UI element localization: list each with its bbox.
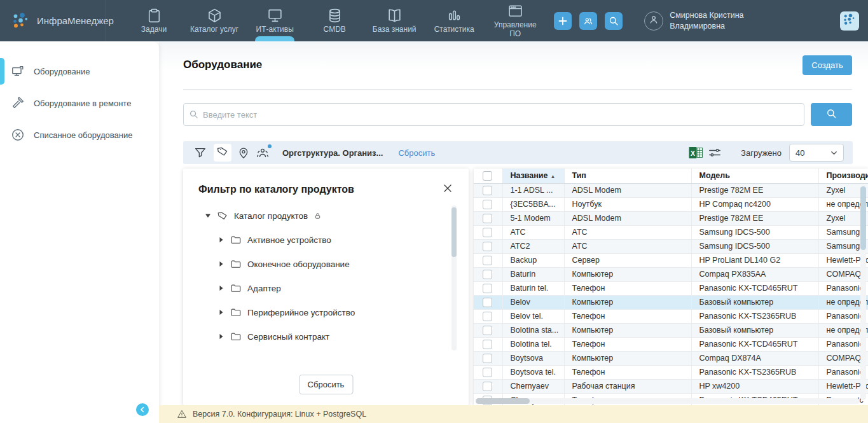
create-button[interactable]: Создать [803,55,852,75]
column-header-model[interactable]: Модель [691,169,818,183]
row-checkbox[interactable] [483,200,492,209]
header-divider [183,89,852,90]
row-checkbox[interactable] [483,326,492,335]
table-horizontal-scrollbar[interactable] [476,398,860,404]
row-checkbox-cell [474,197,502,211]
page-title: Оборудование [183,59,262,71]
filter-panel-scrollbar[interactable] [451,205,457,350]
funnel-filter-icon[interactable] [193,146,207,160]
column-header-type[interactable]: Тип [564,169,691,183]
caret-right-icon[interactable] [218,261,224,267]
cell-type: Телефон [564,281,691,295]
row-checkbox[interactable] [483,354,492,363]
column-settings-icon[interactable] [708,146,722,160]
close-filter-panel-button[interactable] [443,183,453,193]
table-row[interactable]: Bolotina sta...КомпьютерБазовый компьюте… [474,323,868,337]
table-row[interactable]: {3EC5BBA...НоутбукHP Compaq nc4200не опр… [474,197,868,211]
tree-node[interactable]: Активное устройство [183,228,443,252]
search-input[interactable] [183,103,804,126]
add-button[interactable] [554,12,572,30]
table-vertical-scrollbar[interactable] [860,185,866,400]
tree-node[interactable]: Оконечное оборудование [183,252,443,276]
table-row[interactable]: BaturinКомпьютерCompaq PX835AACOMPAQ [474,267,868,281]
row-checkbox-cell [474,239,502,253]
tree-node[interactable]: Сервисный контракт [183,324,443,349]
caret-right-icon[interactable] [218,309,224,316]
reset-filters-link[interactable]: Сбросить [398,148,435,158]
row-checkbox[interactable] [483,242,492,251]
nav-item-cmdb[interactable]: CMDB [305,0,364,41]
scrollbar-thumb[interactable] [860,186,866,250]
tree-node[interactable]: Адаптер [183,276,443,300]
table-row[interactable]: 1-1 ADSL ...ADSL ModemPrestige 782M EEZy… [474,183,868,197]
sidebar-collapse-button[interactable] [136,403,149,416]
nav-item-it-assets[interactable]: ИТ-активы [245,0,305,41]
table-row[interactable]: ChernyaevРабочая станцияHP xw4200Hewlett… [474,379,868,393]
table-row[interactable]: Baturin tel.ТелефонPanasonic KX-TCD465RU… [474,281,868,295]
sidebar-list: ОборудованиеОборудование в ремонтеСписан… [0,41,159,151]
nav-item-knowledge-base[interactable]: База знаний [364,0,424,41]
caret-right-icon[interactable] [218,237,224,243]
nav-item-service-catalog[interactable]: Каталог услуг [184,0,245,41]
nav-item-software-management[interactable]: Управление ПО [484,0,546,41]
row-checkbox[interactable] [483,228,492,237]
tag-filter-button[interactable] [214,144,231,162]
row-checkbox[interactable] [483,312,492,321]
caret-right-icon[interactable] [218,333,224,340]
search-button[interactable] [811,103,852,126]
row-checkbox[interactable] [483,382,492,391]
row-checkbox[interactable] [483,298,492,307]
scrollbar-thumb[interactable] [451,207,457,257]
table-row[interactable]: ATC2ATCSamsung IDCS-500Samsung [474,239,868,253]
book-icon [387,8,403,24]
nav-item-statistics[interactable]: Статистика [424,0,484,41]
org-filter-icon[interactable] [256,146,270,160]
excel-export-icon[interactable]: X [689,146,703,160]
sidebar-item-decommissioned-equipment[interactable]: Списанное оборудование [0,119,159,151]
table-row[interactable]: Belov tel.ТелефонPanasonic KX-TS2365RUBP… [474,309,868,323]
nav-item-label: Каталог услуг [190,25,238,34]
logo-mark-icon [11,11,31,31]
tree-node-catalog-root[interactable]: Каталог продуктов [183,204,443,228]
table-row[interactable]: ATCATCSamsung IDCS-500Samsung [474,225,868,239]
app-logo[interactable]: ИнфраМенеджер [0,11,106,31]
row-checkbox[interactable] [483,256,492,265]
nav-item-tasks[interactable]: Задачи [124,0,184,41]
row-checkbox[interactable] [483,284,492,293]
row-checkbox[interactable] [483,270,492,279]
scrollbar-thumb[interactable] [476,398,530,404]
page-size-select[interactable]: 40 [789,144,844,162]
table-row[interactable]: Boytsova tel.ТелефонPanasonic KX-TS2365R… [474,365,868,379]
row-checkbox[interactable] [483,340,492,349]
location-filter-icon[interactable] [237,146,251,160]
caret-right-icon[interactable] [218,285,224,291]
row-checkbox[interactable] [483,186,492,195]
brand-app-button[interactable] [840,11,859,31]
cell-name: Baturin tel. [502,281,564,295]
contacts-button[interactable] [579,12,597,30]
column-header-name[interactable]: Название▲ [502,169,564,183]
tree-node[interactable]: Периферийное устройство [183,300,443,324]
logo-text: ИнфраМенеджер [37,15,114,26]
table-row[interactable]: BoytsovaКомпьютерCompaq DX874ACOMPAQ [474,351,868,365]
select-all-checkbox[interactable] [483,171,492,181]
row-checkbox-cell [474,365,502,379]
table-row[interactable]: Bolotina tel.ТелефонPanasonic KX-TCD465R… [474,337,868,351]
sidebar-item-equipment[interactable]: Оборудование [0,55,159,87]
nav-item-label: База знаний [373,25,417,34]
caret-down-icon[interactable] [205,212,211,219]
folder-icon [230,234,242,246]
table-row[interactable]: BackupСерверHP ProLiant DL140 G2Hewlett-… [474,253,868,267]
hammer-icon [11,96,25,110]
row-checkbox[interactable] [483,368,492,377]
column-header-vendor[interactable]: Производитель [818,169,868,183]
sidebar-item-equipment-in-repair[interactable]: Оборудование в ремонте [0,87,159,119]
avatar[interactable] [644,11,663,31]
table-row[interactable]: BelovКомпьютерБазовый компьютерне опреде… [474,295,868,309]
row-checkbox[interactable] [483,214,492,223]
table-row[interactable]: 5-1 ModemADSL ModemPrestige 782M EEZyxel [474,211,868,225]
filter-panel-reset-button[interactable]: Сбросить [299,375,353,394]
user-name[interactable]: Смирнова Кристина Владимировна [670,10,743,31]
global-search-button[interactable] [605,12,623,30]
cell-type: Компьютер [564,323,691,337]
